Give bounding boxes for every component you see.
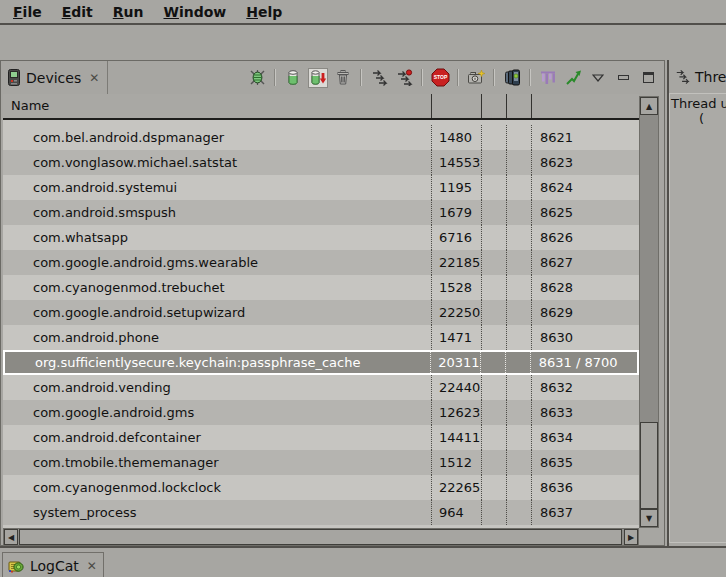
device-phone-icon bbox=[8, 69, 20, 86]
table-row[interactable]: com.cyanogenmod.trebuchet 1528 8628 bbox=[3, 275, 639, 300]
empty-cell bbox=[481, 150, 506, 175]
menu-window[interactable]: Window bbox=[153, 2, 236, 22]
port-cell: 8630 bbox=[531, 325, 639, 350]
tab-logcat-close-icon[interactable]: ✕ bbox=[85, 559, 97, 573]
menu-run[interactable]: Run bbox=[103, 2, 154, 22]
dump-hprof-button[interactable] bbox=[308, 68, 328, 88]
column-divider[interactable] bbox=[431, 94, 432, 118]
vertical-scrollbar[interactable]: ▲ ▼ bbox=[639, 96, 659, 528]
screen-capture-button[interactable] bbox=[466, 68, 486, 88]
stop-process-button[interactable]: STOP bbox=[430, 68, 450, 88]
table-row[interactable]: com.google.android.gms.wearable 22185 86… bbox=[3, 250, 639, 275]
port-cell: 8628 bbox=[531, 275, 639, 300]
table-row[interactable]: com.vonglasow.michael.satstat 14553 8623 bbox=[3, 150, 639, 175]
scroll-right-button[interactable]: ▶ bbox=[624, 529, 638, 545]
devices-view: Devices ✕ bbox=[0, 60, 665, 546]
table-row[interactable]: com.android.defcontainer 14411 8634 bbox=[3, 425, 639, 450]
horizontal-scrollbar[interactable]: ◀ ▶ bbox=[3, 528, 639, 546]
toolbar-separator bbox=[421, 69, 423, 86]
empty-cell bbox=[481, 475, 506, 500]
heap-cylinder-icon bbox=[285, 69, 301, 86]
pid-cell: 12623 bbox=[431, 400, 481, 425]
column-header-name[interactable]: Name bbox=[11, 98, 49, 113]
process-name-cell: org.sufficientlysecure.keychain:passphra… bbox=[5, 352, 430, 373]
table-row[interactable]: org.sufficientlysecure.keychain:passphra… bbox=[3, 350, 639, 375]
menu-bar: File Edit Run Window Help bbox=[0, 0, 726, 25]
process-name-cell: com.android.smspush bbox=[3, 200, 431, 225]
empty-cell bbox=[506, 125, 531, 150]
capture-view-hierarchy-button[interactable] bbox=[502, 68, 522, 88]
maximize-view-button[interactable] bbox=[638, 68, 658, 88]
logcat-icon bbox=[8, 559, 24, 574]
pid-cell: 1480 bbox=[431, 125, 481, 150]
empty-cell bbox=[481, 250, 506, 275]
port-cell: 8624 bbox=[531, 175, 639, 200]
pid-cell: 20311 bbox=[430, 352, 480, 373]
process-name-cell: com.android.vending bbox=[3, 375, 431, 400]
pid-cell: 6716 bbox=[431, 225, 481, 250]
view-menu-button[interactable] bbox=[588, 68, 608, 88]
empty-cell bbox=[506, 400, 531, 425]
scroll-down-button[interactable]: ▼ bbox=[640, 509, 658, 527]
start-method-profiling-button[interactable] bbox=[394, 68, 414, 88]
empty-cell bbox=[506, 325, 531, 350]
process-name-cell: com.google.android.setupwizard bbox=[3, 300, 431, 325]
menu-file[interactable]: File bbox=[3, 2, 52, 22]
port-cell: 8627 bbox=[531, 250, 639, 275]
process-name-cell: com.cyanogenmod.lockclock bbox=[3, 475, 431, 500]
scroll-left-button[interactable]: ◀ bbox=[4, 529, 18, 545]
debug-process-button[interactable] bbox=[247, 68, 267, 88]
column-divider[interactable] bbox=[506, 94, 507, 118]
process-name-cell: system_process bbox=[3, 500, 431, 525]
threads-message-line2: ( bbox=[670, 111, 726, 126]
port-cell: 8633 bbox=[531, 400, 639, 425]
port-cell: 8631 / 8700 bbox=[530, 352, 637, 373]
update-heap-button[interactable] bbox=[283, 68, 303, 88]
column-divider[interactable] bbox=[531, 94, 532, 118]
tab-threads-label[interactable]: Threads bbox=[695, 69, 726, 85]
start-opengl-trace-button[interactable] bbox=[563, 68, 583, 88]
cause-gc-button[interactable] bbox=[333, 68, 353, 88]
threads-icon bbox=[675, 69, 690, 84]
table-row[interactable]: com.whatsapp 6716 8626 bbox=[3, 225, 639, 250]
table-row[interactable]: com.cyanogenmod.lockclock 22265 8636 bbox=[3, 475, 639, 500]
table-row[interactable]: com.android.phone 1471 8630 bbox=[3, 325, 639, 350]
capture-system-trace-button[interactable] bbox=[538, 68, 558, 88]
empty-cell bbox=[481, 300, 506, 325]
table-row[interactable]: com.android.vending 22440 8632 bbox=[3, 375, 639, 400]
empty-cell bbox=[481, 275, 506, 300]
menu-help[interactable]: Help bbox=[236, 2, 292, 22]
table-header[interactable]: Name bbox=[3, 94, 639, 120]
vertical-scrollbar-thumb[interactable] bbox=[640, 422, 658, 509]
tab-logcat[interactable]: LogCat ✕ bbox=[2, 552, 104, 577]
update-threads-button[interactable] bbox=[369, 68, 389, 88]
table-row[interactable]: com.tmobile.thememanager 1512 8635 bbox=[3, 450, 639, 475]
empty-cell bbox=[480, 352, 505, 373]
table-row[interactable]: com.google.android.setupwizard 22250 862… bbox=[3, 300, 639, 325]
toolbar-separator bbox=[493, 69, 495, 86]
tab-devices-close-icon[interactable]: ✕ bbox=[87, 71, 99, 85]
table-row[interactable]: system_process 964 8637 bbox=[3, 500, 639, 525]
menu-edit[interactable]: Edit bbox=[52, 2, 103, 22]
column-divider[interactable] bbox=[481, 94, 482, 118]
process-name-cell: com.android.phone bbox=[3, 325, 431, 350]
table-row[interactable]: com.bel.android.dspmanager 1480 8621 bbox=[3, 125, 639, 150]
toolbar-separator bbox=[360, 69, 362, 86]
process-name-cell: com.cyanogenmod.trebuchet bbox=[3, 275, 431, 300]
minimize-view-button[interactable] bbox=[613, 68, 633, 88]
empty-cell bbox=[506, 500, 531, 525]
tab-devices[interactable]: Devices ✕ bbox=[1, 61, 108, 94]
empty-cell bbox=[506, 375, 531, 400]
empty-cell bbox=[506, 200, 531, 225]
table-row[interactable]: com.android.smspush 1679 8625 bbox=[3, 200, 639, 225]
empty-cell bbox=[481, 200, 506, 225]
opengl-trace-icon bbox=[565, 69, 582, 86]
empty-cell bbox=[506, 225, 531, 250]
horizontal-scrollbar-thumb[interactable] bbox=[19, 529, 622, 545]
port-cell: 8636 bbox=[531, 475, 639, 500]
scroll-up-button[interactable]: ▲ bbox=[640, 97, 658, 115]
tab-logcat-label: LogCat bbox=[30, 558, 79, 574]
table-row[interactable]: com.android.systemui 1195 8624 bbox=[3, 175, 639, 200]
table-row[interactable]: com.google.android.gms 12623 8633 bbox=[3, 400, 639, 425]
port-cell: 8637 bbox=[531, 500, 639, 525]
